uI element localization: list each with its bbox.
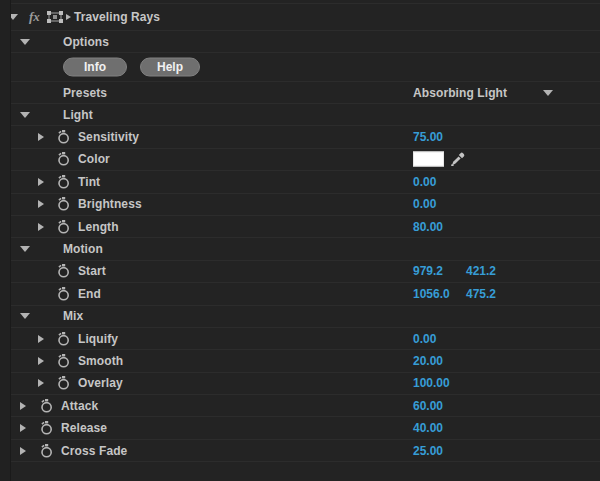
param-row-cross-fade: Cross Fade 25.00	[0, 440, 600, 462]
expand-triangle-icon[interactable]	[20, 402, 26, 410]
collapse-triangle-icon[interactable]	[20, 313, 30, 319]
presets-row: Presets Absorbing Light	[0, 82, 600, 104]
group-label-options: Options	[63, 35, 109, 49]
help-button[interactable]: Help	[140, 58, 200, 77]
param-label: Sensitivity	[78, 130, 139, 144]
stopwatch-icon[interactable]	[57, 175, 70, 189]
presets-label: Presets	[63, 86, 107, 100]
panel-left-gutter	[0, 0, 11, 481]
expand-triangle-icon[interactable]	[38, 357, 44, 365]
stopwatch-icon[interactable]	[57, 264, 70, 278]
param-value[interactable]: 60.00	[413, 399, 443, 413]
param-value[interactable]: 75.00	[413, 130, 443, 144]
effect-title: Traveling Rays	[74, 10, 160, 24]
param-label: Color	[78, 152, 110, 166]
stopwatch-icon[interactable]	[40, 399, 53, 413]
group-label-mix: Mix	[63, 309, 83, 323]
expand-triangle-icon[interactable]	[38, 335, 44, 343]
effect-controls-panel: fx Traveling Rays Options Info H	[0, 0, 600, 481]
group-label-light: Light	[63, 108, 93, 122]
stopwatch-icon[interactable]	[57, 197, 70, 211]
param-row-smooth: Smooth 20.00	[0, 350, 600, 372]
collapse-triangle-icon[interactable]	[20, 39, 30, 45]
expand-triangle-icon[interactable]	[38, 200, 44, 208]
fx-badge-icon[interactable]: fx	[29, 9, 40, 25]
param-row-overlay: Overlay 100.00	[0, 373, 600, 395]
expand-triangle-icon[interactable]	[20, 447, 26, 455]
param-label: Start	[78, 264, 106, 278]
stopwatch-icon[interactable]	[57, 354, 70, 368]
effect-badge-arrow-icon	[66, 14, 71, 20]
param-value[interactable]: 0.00	[413, 332, 436, 346]
mix-group-row: Mix	[0, 306, 600, 328]
expand-triangle-icon[interactable]	[38, 379, 44, 387]
expand-triangle-icon[interactable]	[38, 223, 44, 231]
param-value[interactable]: 20.00	[413, 354, 443, 368]
param-row-color: Color	[0, 149, 600, 171]
param-value-x[interactable]: 979.2	[413, 264, 443, 278]
stopwatch-icon[interactable]	[57, 220, 70, 234]
collapse-triangle-icon[interactable]	[20, 112, 30, 118]
light-group-row: Light	[0, 104, 600, 126]
eyedropper-icon[interactable]	[450, 151, 466, 167]
param-label: Length	[78, 220, 119, 234]
options-buttons-row: Info Help	[0, 53, 600, 82]
presets-dropdown-value[interactable]: Absorbing Light	[413, 86, 507, 100]
param-row-tint: Tint 0.00	[0, 171, 600, 193]
expand-triangle-icon[interactable]	[38, 178, 44, 186]
stopwatch-icon[interactable]	[40, 444, 53, 458]
color-swatch[interactable]	[413, 152, 444, 167]
group-label-motion: Motion	[63, 242, 103, 256]
stopwatch-icon[interactable]	[57, 376, 70, 390]
param-row-start: Start 979.2 421.2	[0, 261, 600, 283]
param-value[interactable]: 0.00	[413, 197, 436, 211]
stopwatch-icon[interactable]	[40, 421, 53, 435]
param-value[interactable]: 0.00	[413, 175, 436, 189]
dropdown-arrow-icon[interactable]	[543, 90, 553, 96]
param-label: Cross Fade	[61, 444, 127, 458]
param-row-attack: Attack 60.00	[0, 395, 600, 417]
param-row-length: Length 80.00	[0, 216, 600, 238]
motion-group-row: Motion	[0, 238, 600, 260]
stopwatch-icon[interactable]	[57, 152, 70, 166]
param-label: End	[78, 287, 101, 301]
param-label: Smooth	[78, 354, 123, 368]
param-label: Overlay	[78, 376, 123, 390]
param-label: Brightness	[78, 197, 142, 211]
param-label: Attack	[61, 399, 98, 413]
stopwatch-icon[interactable]	[57, 287, 70, 301]
options-group-row: Options	[0, 31, 600, 53]
param-value[interactable]: 40.00	[413, 421, 443, 435]
param-row-end: End 1056.0 475.2	[0, 283, 600, 305]
param-label: Liquify	[78, 332, 118, 346]
stopwatch-icon[interactable]	[57, 130, 70, 144]
param-value[interactable]: 100.00	[413, 376, 450, 390]
stopwatch-icon[interactable]	[57, 332, 70, 346]
collapse-triangle-icon[interactable]	[20, 246, 30, 252]
param-label: Tint	[78, 175, 100, 189]
effect-header-row: fx Traveling Rays	[0, 4, 600, 31]
param-row-liquify: Liquify 0.00	[0, 328, 600, 350]
expand-triangle-icon[interactable]	[38, 133, 44, 141]
param-value-y[interactable]: 475.2	[466, 287, 496, 301]
effect-rows: fx Traveling Rays Options Info H	[0, 3, 600, 462]
param-value[interactable]: 80.00	[413, 220, 443, 234]
param-label: Release	[61, 421, 107, 435]
expand-triangle-icon[interactable]	[20, 424, 26, 432]
param-row-sensitivity: Sensitivity 75.00	[0, 126, 600, 148]
param-row-brightness: Brightness 0.00	[0, 194, 600, 216]
param-value-y[interactable]: 421.2	[466, 264, 496, 278]
info-button[interactable]: Info	[63, 58, 127, 77]
param-value-x[interactable]: 1056.0	[413, 287, 450, 301]
param-value[interactable]: 25.00	[413, 444, 443, 458]
effect-type-icon	[47, 11, 64, 24]
param-row-release: Release 40.00	[0, 417, 600, 439]
